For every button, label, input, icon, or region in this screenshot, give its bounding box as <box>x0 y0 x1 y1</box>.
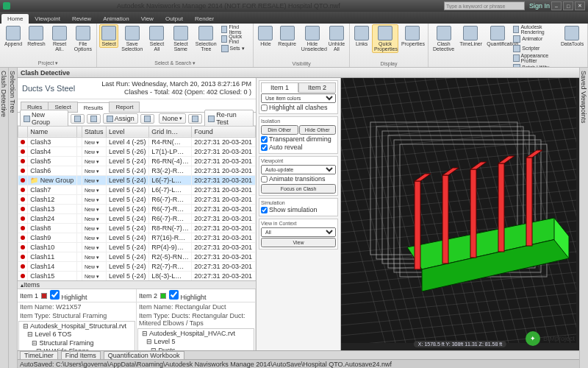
viewpoint-mode-select[interactable]: Auto-update <box>261 165 336 174</box>
clash-row[interactable]: Clash8New ▾Level 5 (-24)R8-RN(-7)…20:27:… <box>18 223 256 233</box>
datatools-button[interactable]: DataTools <box>559 24 585 48</box>
append-button[interactable]: Append <box>2 24 24 48</box>
clash-row[interactable]: Clash9New ▾Level 5 (-24)R7(16)-R…20:27:3… <box>18 233 256 242</box>
sign-in-link[interactable]: Sign In <box>529 2 550 10</box>
save-selection-button[interactable]: Save Selection <box>119 24 145 53</box>
tab-render[interactable]: Render <box>189 14 220 24</box>
bottom-tab-quantification-workbook[interactable]: Quantification Workbook <box>104 351 184 360</box>
clash-row[interactable]: Clash5New ▾Level 5 (-24)R6-RN(-4)…20:27:… <box>18 156 256 166</box>
clash-row[interactable]: Clash4New ▾Level 5 (-26)L7(1)-LP…20:27:3… <box>18 146 256 156</box>
bottom-tab-timeliner[interactable]: TimeLiner <box>20 351 58 360</box>
assign-button[interactable]: Assign <box>103 113 138 124</box>
select-all-button[interactable]: Select All <box>146 24 168 53</box>
clash-row[interactable]: Clash7New ▾Level 5 (-24)L6(-7)-L…20:27:3… <box>18 185 256 194</box>
refresh-button[interactable]: Refresh <box>25 24 48 48</box>
tab-home[interactable]: Home <box>1 14 29 24</box>
subtab-results[interactable]: Results <box>77 102 110 113</box>
item1-tab[interactable]: Item 1 <box>261 82 298 93</box>
group-button[interactable] <box>71 114 85 124</box>
title-bar: Autodesk Navisworks Manage 2014 (NOT FOR… <box>0 0 588 12</box>
highlight-all-check[interactable]: Highlight all clashes <box>261 104 336 111</box>
appearance-profiler-button[interactable]: Appearance Profiler <box>512 53 558 63</box>
view-button[interactable]: View <box>261 238 336 247</box>
mini-icon <box>513 35 520 43</box>
selection-tree-button[interactable]: Selection Tree <box>193 24 219 53</box>
require-button[interactable]: Require <box>276 24 298 48</box>
hide-unselected-button[interactable]: Hide Unselected <box>299 24 326 53</box>
hide-button[interactable]: Hide <box>256 24 275 48</box>
item2-tab[interactable]: Item 2 <box>298 82 336 93</box>
tab-review[interactable]: Review <box>66 14 97 24</box>
reset-all--button[interactable]: Reset All.. <box>49 24 71 53</box>
clash-row[interactable]: Clash6New ▾Level 5 (-24)R3(-2)-R…20:27:3… <box>18 166 256 175</box>
filter-button[interactable] <box>140 114 154 124</box>
item2-swatch <box>160 293 166 299</box>
explode-button[interactable] <box>87 114 101 124</box>
context-select[interactable]: All <box>261 227 336 237</box>
find-items-button[interactable]: Find Items <box>220 24 251 34</box>
show-sim-check[interactable]: Show simulation <box>261 206 336 213</box>
subtab-report[interactable]: Report <box>109 102 140 112</box>
select-button[interactable]: Select <box>99 24 118 48</box>
tool-icon <box>52 26 67 40</box>
autodesk-rendering-button[interactable]: Autodesk Rendering <box>512 24 558 34</box>
clash-row[interactable]: Clash14New ▾Level 5 (-24)R2(-7)-R…20:27:… <box>18 261 256 271</box>
unhide-all-button[interactable]: Unhide All <box>326 24 347 53</box>
none-dropdown[interactable]: None ▾ <box>159 113 187 124</box>
focus-clash-button[interactable]: Focus on Clash <box>261 184 336 194</box>
clash-row[interactable]: Clash12New ▾Level 5 (-24)R6(-7)-R…20:27:… <box>18 194 256 204</box>
color-mode-select[interactable]: Use item colors <box>261 93 336 103</box>
quick-properties-button[interactable]: Quick Properties <box>372 24 398 53</box>
quick-find-button[interactable]: Quick Find <box>220 34 251 43</box>
clash-detective-button[interactable]: Clash Detective <box>431 24 456 53</box>
clash-row[interactable]: Clash15New ▾Level 5 (-24)L8(-3)-L…20:27:… <box>18 271 256 280</box>
clash-row[interactable]: Clash11New ▾Level 5 (-24)R2(-5)-RN…20:27… <box>18 252 256 261</box>
new-group-button[interactable]: New Group <box>20 110 68 127</box>
clash-row[interactable]: Clash24New ▾Level 5 (-24)R6(-7)-R…20:27:… <box>18 213 256 223</box>
status-dot-icon <box>21 245 25 250</box>
animator-button[interactable]: Animator <box>512 34 558 43</box>
search-input[interactable] <box>444 1 525 10</box>
tab-output[interactable]: Output <box>159 14 189 24</box>
tab-animation[interactable]: Animation <box>97 14 135 24</box>
clash-row[interactable]: Clash3New ▾Level 4 (-25)R4-RN(…20:27:31 … <box>18 137 256 146</box>
tab-view[interactable]: View <box>135 14 159 24</box>
status-dot-icon <box>21 226 25 230</box>
folder-icon <box>24 116 30 122</box>
auto-reveal-check[interactable]: Auto reveal <box>261 144 336 151</box>
tab-viewpoint[interactable]: Viewpoint <box>29 14 66 24</box>
minimize-icon[interactable]: – <box>551 1 562 10</box>
hide-other-button[interactable]: Hide Other <box>299 125 337 135</box>
quantification-button[interactable]: Quantification <box>484 24 511 48</box>
left-dock-rail-2[interactable]: Selection Tree <box>9 68 18 368</box>
left-dock-rail[interactable]: Clash Detective <box>0 68 9 368</box>
properties-button[interactable]: Properties <box>399 24 426 48</box>
mini-icon <box>513 54 519 62</box>
batch-utility-button[interactable]: Batch Utility <box>512 63 558 68</box>
rerun-button[interactable]: Re-run Test <box>204 110 254 127</box>
file-options-button[interactable]: File Options <box>71 24 94 53</box>
transparent-dim-check[interactable]: Transparent dimming <box>261 135 336 143</box>
item2-highlight-check[interactable]: Highlight <box>169 290 207 301</box>
rows-button[interactable] <box>188 114 202 124</box>
sets--button[interactable]: Sets ▾ <box>220 43 251 53</box>
timeliner-button[interactable]: TimeLiner <box>457 24 484 48</box>
select-same-button[interactable]: Select Same <box>169 24 193 53</box>
bottom-tab-find-items[interactable]: Find Items <box>61 351 101 360</box>
status-dot-icon <box>21 178 25 183</box>
3d-viewport[interactable]: X: 1578.5 ft Y: 308ft 11.31 Z: 81.58 ft … <box>341 78 579 350</box>
close-icon[interactable]: ✕ <box>575 1 585 10</box>
animate-check[interactable]: Animate transitions <box>261 175 336 183</box>
clash-row[interactable]: Clash13New ▾Level 5 (-24)R6(-7)-R…20:27:… <box>18 204 256 213</box>
clash-row[interactable]: 📁 New GroupNew ▾Level 5 (-24)L6(-7)-L…20… <box>18 175 256 185</box>
item1-highlight-check[interactable]: Highlight <box>50 290 87 301</box>
results-grid[interactable]: NameStatusLevelGrid In…FoundClash3New ▾L… <box>18 126 256 280</box>
clash-row[interactable]: Clash10New ▾Level 5 (-24)RP(4)-9)…20:27:… <box>18 242 256 252</box>
item1-tree[interactable]: ⊟ Autodesk_Hospital_Structural.rvt⊟ Leve… <box>18 321 135 350</box>
right-dock-rail[interactable]: Saved Viewpoints <box>579 68 588 368</box>
item2-tree[interactable]: ⊟ Autodesk_Hospital_HVAC.rvt⊟ Level 5⊟ D… <box>137 328 254 350</box>
scripter-button[interactable]: Scripter <box>512 43 558 53</box>
dim-other-button[interactable]: Dim Other <box>261 125 298 135</box>
links-button[interactable]: Links <box>352 24 371 48</box>
maximize-icon[interactable]: □ <box>563 1 573 10</box>
